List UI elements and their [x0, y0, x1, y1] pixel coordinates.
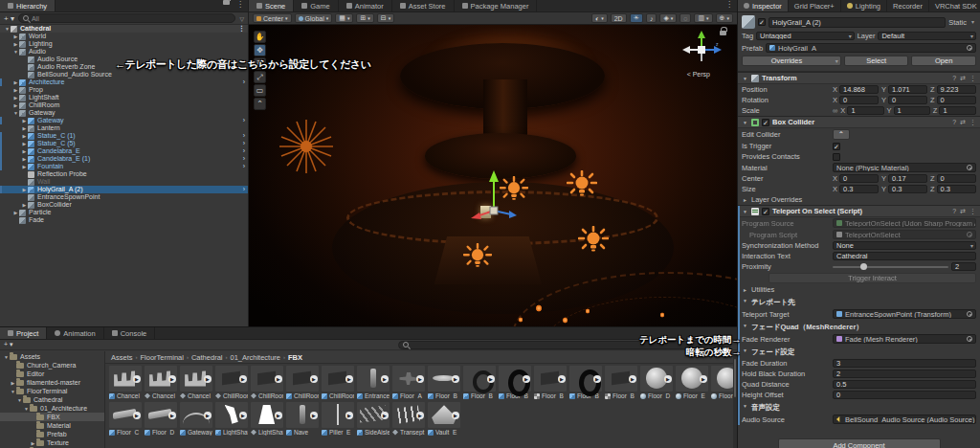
project-tree-item[interactable]: Editor	[0, 370, 104, 378]
size-z-field[interactable]: 0.3	[937, 185, 976, 193]
gameobject-name-field[interactable]: HolyGrail_A (2)	[768, 17, 946, 28]
static-dropdown[interactable]: Static	[948, 18, 976, 27]
asset-tile[interactable]: ▶LightShaft...	[251, 402, 283, 436]
height-offset-field[interactable]: 0	[833, 391, 976, 399]
expand-caret-icon[interactable]: ▶	[21, 163, 28, 170]
tab-scene[interactable]: Scene	[249, 0, 294, 11]
prefab-open-arrow[interactable]: ›	[243, 186, 248, 193]
tab-game[interactable]: Game	[294, 0, 338, 11]
tab-package-manager[interactable]: Package Manager	[455, 0, 538, 11]
lock-icon[interactable]	[223, 0, 230, 5]
expand-caret-icon[interactable]: ▶	[21, 140, 28, 147]
help-icon[interactable]: ?	[952, 208, 956, 215]
project-tree-item[interactable]: ▼Assets	[0, 352, 104, 361]
object-picker-icon[interactable]	[967, 165, 972, 170]
move-tool[interactable]: ✥	[254, 44, 266, 56]
create-asset-button[interactable]: + ▾	[4, 341, 13, 348]
expand-subassets-button[interactable]: ▶	[416, 375, 424, 383]
hierarchy-item[interactable]: ▶Statue_C (5)›	[0, 140, 248, 147]
tab-asset-store[interactable]: Asset Store	[392, 0, 455, 11]
hierarchy-item[interactable]: Fade	[0, 216, 248, 224]
rotation-x-field[interactable]: 0	[839, 96, 879, 104]
asset-tile[interactable]: ▶ChillRoom_...	[215, 366, 248, 399]
tab-animator[interactable]: Animator	[339, 0, 392, 11]
snap-increment-dropdown[interactable]: ⊞ ▾	[356, 13, 373, 23]
hand-tool[interactable]: ✋	[254, 31, 266, 43]
breadcrumb[interactable]: Assets›FloorTerminal›Cathedral›01_Archit…	[105, 351, 737, 364]
audio-settings-section-header[interactable]: ▼音声設定	[738, 400, 980, 414]
asset-tile[interactable]: ▶Floor_B_T...	[605, 366, 637, 399]
position-y-field[interactable]: 1.071	[888, 85, 927, 94]
expand-subassets-button[interactable]: ▶	[204, 375, 212, 383]
move-gizmo[interactable]	[467, 167, 521, 222]
asset-tile[interactable]: ▶ChillRoom...	[286, 366, 319, 399]
prefab-open-arrow[interactable]: ›	[243, 155, 248, 163]
scrollbar[interactable]	[733, 351, 737, 448]
tab-lighting[interactable]: Lighting	[841, 0, 887, 11]
expand-caret-icon[interactable]: ▶	[21, 147, 28, 155]
hierarchy-item[interactable]: ▶Architecture›	[0, 78, 248, 86]
prefab-object-field[interactable]: HolyGrail_A	[766, 43, 976, 53]
tab-hierarchy[interactable]: Hierarchy	[0, 0, 56, 11]
scale-x-field[interactable]: 1	[847, 106, 883, 115]
edit-collider-button[interactable]: ⌃	[833, 129, 850, 140]
proximity-slider[interactable]	[833, 266, 948, 268]
expand-subassets-button[interactable]: ▶	[416, 412, 424, 419]
center-z-field[interactable]: 0	[937, 174, 976, 183]
object-picker-icon[interactable]	[967, 336, 972, 342]
asset-tile[interactable]: ▶Piller_E	[322, 402, 354, 436]
expand-subassets-button[interactable]: ▶	[452, 375, 459, 383]
expand-subassets-button[interactable]: ▶	[239, 412, 247, 419]
project-tree-item[interactable]: ▼01_Architecture	[0, 404, 104, 413]
overrides-dropdown[interactable]: Overrides	[742, 56, 841, 66]
expand-subassets-button[interactable]: ▶	[381, 375, 389, 383]
tab-project[interactable]: Project	[0, 327, 47, 339]
expand-caret-icon[interactable]: ▶	[21, 117, 28, 124]
material-object-field[interactable]: None (Physic Material)	[833, 163, 976, 172]
asset-tile[interactable]: ▶Transept_S...	[392, 402, 425, 436]
hierarchy-item[interactable]: ▼Gateway	[0, 109, 248, 117]
prefab-open-arrow[interactable]: ›	[243, 78, 248, 86]
create-object-button[interactable]: + ▾	[4, 14, 14, 23]
expand-caret-icon[interactable]: ▶	[12, 94, 19, 101]
rotation-y-field[interactable]: 0	[888, 96, 927, 104]
orientation-dropdown[interactable]: Global▾	[295, 13, 333, 23]
proximity-value-field[interactable]: 2	[951, 262, 976, 271]
expand-subassets-button[interactable]: ▶	[133, 375, 141, 383]
prefab-open-arrow[interactable]: ›	[243, 132, 248, 140]
scale-tool[interactable]: ⤢	[254, 71, 266, 83]
interaction-text-field[interactable]: Cathedral	[833, 252, 976, 260]
breadcrumb-item[interactable]: Cathedral	[191, 353, 223, 362]
hold-black-duration-field[interactable]: 2	[833, 370, 976, 378]
light-gizmo-icon[interactable]	[578, 226, 609, 257]
hierarchy-item[interactable]: ▶Statue_C (1)›	[0, 132, 248, 140]
filter-icon[interactable]: ▽	[239, 15, 244, 22]
asset-tile[interactable]: ▶Floor_B	[534, 366, 567, 399]
prefab-open-arrow[interactable]: ›	[243, 117, 248, 124]
expand-subassets-button[interactable]: ▶	[239, 375, 247, 383]
asset-tile[interactable]: ▶Floor_C	[109, 402, 142, 436]
fade-quad-section-header[interactable]: ▼フェードQuad（MeshRenderer）	[738, 320, 980, 333]
expand-caret-icon[interactable]: ▶	[21, 155, 28, 163]
hierarchy-item[interactable]: BellSound_Audio Source	[0, 71, 248, 78]
expand-subassets-button[interactable]: ▶	[133, 412, 141, 419]
asset-tile[interactable]: ▶SideAisle	[357, 402, 390, 436]
hierarchy-item[interactable]: ▶Lighting	[0, 40, 248, 48]
scene-lighting-toggle[interactable]: ☀	[630, 13, 643, 23]
is-trigger-checkbox[interactable]: ✓	[833, 143, 840, 150]
constrain-proportions-icon[interactable]: ∞	[833, 106, 837, 115]
quad-distance-field[interactable]: 0.5	[833, 380, 976, 389]
expand-subassets-button[interactable]: ▶	[487, 375, 495, 383]
tab-inspector[interactable]: Inspector	[738, 0, 789, 11]
kebab-menu-icon[interactable]: ⋮	[233, 0, 248, 11]
expand-subassets-button[interactable]: ▶	[275, 375, 282, 383]
tab-recorder[interactable]: Recorder	[887, 0, 929, 11]
help-icon[interactable]: ?	[952, 119, 956, 126]
expand-caret-icon[interactable]: ▶	[10, 380, 16, 386]
center-x-field[interactable]: 0	[839, 174, 879, 183]
expand-caret-icon[interactable]: ▶	[12, 86, 19, 94]
expand-subassets-button[interactable]: ▶	[664, 375, 672, 383]
foldout-icon[interactable]: ►	[742, 287, 748, 293]
project-tree-item[interactable]: ▼Cathedral	[0, 395, 104, 404]
expand-caret-icon[interactable]: ▶	[12, 40, 19, 48]
